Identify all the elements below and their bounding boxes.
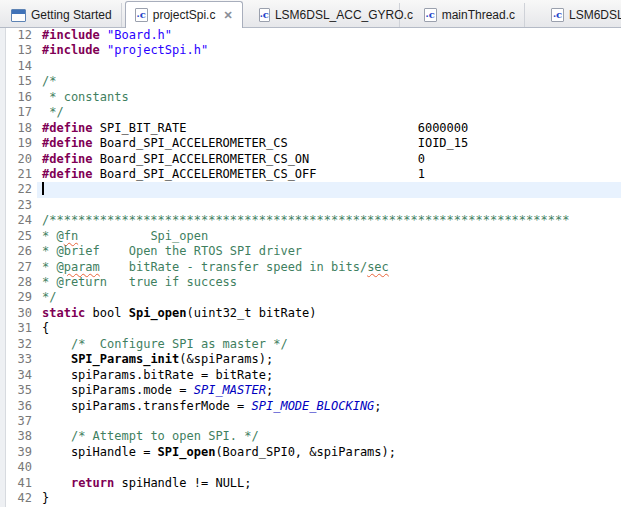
line-number[interactable]: 20 (6, 152, 37, 167)
window-icon (11, 9, 26, 22)
code-line[interactable]: 26* @brief Open the RTOS SPI driver (6, 244, 621, 259)
tab-label: Getting Started (31, 8, 112, 22)
code-line[interactable]: 39 spiHandle = SPI_open(Board_SPI0, &spi… (6, 445, 621, 460)
line-content: #include "projectSpi.h" (37, 43, 621, 58)
code-line[interactable]: 28* @return true if success (6, 275, 621, 290)
line-number[interactable]: 30 (6, 306, 37, 321)
line-content: #define Board_SPI_ACCELEROMETER_CS_OFF 1 (37, 167, 621, 182)
code-line[interactable]: 38 /* Attempt to open SPI. */ (6, 429, 621, 444)
code-line[interactable]: 32 /* Configure SPI as master */ (6, 337, 621, 352)
tab-label: LSM6DSL_A (569, 8, 621, 22)
tab-label: LSM6DSL_ACC_GYRO.c (275, 8, 413, 22)
line-number[interactable]: 15 (6, 74, 37, 89)
line-number[interactable]: 33 (6, 352, 37, 367)
code-line[interactable]: 13#include "projectSpi.h" (6, 43, 621, 58)
code-line[interactable]: 34 spiParams.bitRate = bitRate; (6, 368, 621, 383)
code-line[interactable]: 19#define Board_SPI_ACCELEROMETER_CS IOI… (6, 136, 621, 151)
line-content (37, 182, 621, 197)
close-icon[interactable]: ✕ (223, 10, 232, 21)
code-editor[interactable]: 12#include "Board.h"13#include "projectS… (0, 28, 621, 507)
line-number[interactable]: 19 (6, 136, 37, 151)
line-number[interactable]: 35 (6, 383, 37, 398)
line-content: * @fn Spi_open (37, 229, 621, 244)
line-content (37, 460, 621, 475)
line-number[interactable]: 34 (6, 368, 37, 383)
line-number[interactable]: 28 (6, 275, 37, 290)
line-content: * @param bitRate - transfer speed in bit… (37, 260, 621, 275)
line-number[interactable]: 38 (6, 429, 37, 444)
code-line[interactable]: 37 (6, 414, 621, 429)
line-number[interactable]: 18 (6, 121, 37, 136)
tab-getting-started[interactable]: Getting Started (2, 3, 122, 27)
line-content: spiParams.bitRate = bitRate; (37, 368, 621, 383)
line-number[interactable]: 16 (6, 90, 37, 105)
line-number[interactable]: 12 (6, 28, 37, 43)
line-content (37, 198, 621, 213)
line-content (37, 414, 621, 429)
tab-projectspi-c[interactable]: c projectSpi.c ✕ (125, 1, 243, 28)
code-line[interactable]: 23 (6, 198, 621, 213)
code-line[interactable]: 40 (6, 460, 621, 475)
code-line[interactable]: 12#include "Board.h" (6, 28, 621, 43)
line-content: #define SPI_BIT_RATE 6000000 (37, 121, 621, 136)
code-line[interactable]: 41 return spiHandle != NULL; (6, 476, 621, 491)
line-number[interactable]: 25 (6, 229, 37, 244)
code-line[interactable]: 33 SPI_Params_init(&spiParams); (6, 352, 621, 367)
line-content: /* Configure SPI as master */ (37, 337, 621, 352)
code-line[interactable]: 30static bool Spi_open(uint32_t bitRate) (6, 306, 621, 321)
line-number[interactable]: 14 (6, 59, 37, 74)
code-line[interactable]: 15/* (6, 74, 621, 89)
line-number[interactable]: 40 (6, 460, 37, 475)
line-number[interactable]: 31 (6, 321, 37, 336)
code-line[interactable]: 20#define Board_SPI_ACCELEROMETER_CS_ON … (6, 152, 621, 167)
code-line[interactable]: 29*/ (6, 290, 621, 305)
line-number[interactable]: 24 (6, 213, 37, 228)
tab-lsm6dsl-acc-gyro-c[interactable]: c LSM6DSL_ACC_GYRO.c (250, 3, 400, 27)
line-content: */ (37, 105, 621, 120)
line-number[interactable]: 27 (6, 260, 37, 275)
line-number[interactable]: 32 (6, 337, 37, 352)
line-number[interactable]: 22 (6, 182, 37, 197)
line-content: { (37, 321, 621, 336)
line-content: /***************************************… (37, 213, 621, 228)
line-content: static bool Spi_open(uint32_t bitRate) (37, 306, 621, 321)
tab-mainthread-c[interactable]: c mainThread.c (415, 3, 525, 27)
code-line[interactable]: 18#define SPI_BIT_RATE 6000000 (6, 121, 621, 136)
code-line[interactable]: 25* @fn Spi_open (6, 229, 621, 244)
line-content: /* Attempt to open SPI. */ (37, 429, 621, 444)
line-content: #define Board_SPI_ACCELEROMETER_CS_ON 0 (37, 152, 621, 167)
code-line[interactable]: 21#define Board_SPI_ACCELEROMETER_CS_OFF… (6, 167, 621, 182)
line-number[interactable]: 13 (6, 43, 37, 58)
line-number[interactable]: 37 (6, 414, 37, 429)
line-number[interactable]: 26 (6, 244, 37, 259)
line-content: spiParams.mode = SPI_MASTER; (37, 383, 621, 398)
c-file-icon: c (424, 8, 437, 22)
line-number[interactable]: 41 (6, 476, 37, 491)
code-lines[interactable]: 12#include "Board.h"13#include "projectS… (6, 28, 621, 507)
line-number[interactable]: 36 (6, 399, 37, 414)
line-content: #define Board_SPI_ACCELEROMETER_CS IOID_… (37, 136, 621, 151)
code-line[interactable]: 42} (6, 491, 621, 506)
code-line[interactable]: 31{ (6, 321, 621, 336)
code-line[interactable]: 14 (6, 59, 621, 74)
line-number[interactable]: 42 (6, 491, 37, 506)
code-line[interactable]: 36 spiParams.transferMode = SPI_MODE_BLO… (6, 399, 621, 414)
line-number[interactable]: 21 (6, 167, 37, 182)
line-content: spiHandle = SPI_open(Board_SPI0, &spiPar… (37, 445, 621, 460)
line-content: #include "Board.h" (37, 28, 621, 43)
code-line[interactable]: 27* @param bitRate - transfer speed in b… (6, 260, 621, 275)
line-content: } (37, 491, 621, 506)
code-line[interactable]: 24/*************************************… (6, 213, 621, 228)
c-file-icon: c (135, 8, 148, 22)
line-number[interactable]: 39 (6, 445, 37, 460)
code-line[interactable]: 16 * constants (6, 90, 621, 105)
line-content: * @brief Open the RTOS SPI driver (37, 244, 621, 259)
code-line[interactable]: 35 spiParams.mode = SPI_MASTER; (6, 383, 621, 398)
line-number[interactable]: 23 (6, 198, 37, 213)
line-number[interactable]: 29 (6, 290, 37, 305)
code-line[interactable]: 17 */ (6, 105, 621, 120)
tab-lsm6dsl-a[interactable]: c LSM6DSL_A (542, 3, 621, 27)
line-number[interactable]: 17 (6, 105, 37, 120)
line-content: return spiHandle != NULL; (37, 476, 621, 491)
code-line[interactable]: 22 (6, 182, 621, 197)
